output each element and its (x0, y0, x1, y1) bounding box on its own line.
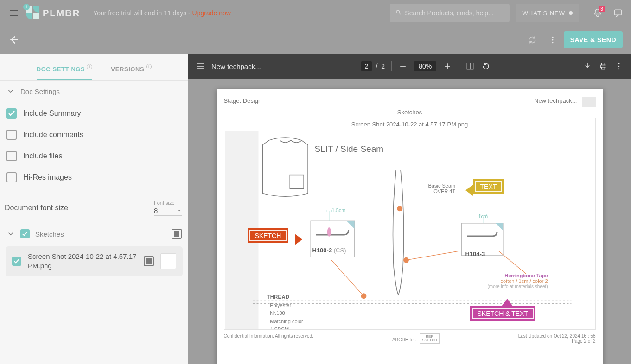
top-app-bar: i PLMBR Your free trial will end in 11 d… (0, 0, 631, 26)
refresh-icon[interactable] (528, 35, 537, 44)
tab-doc-settings[interactable]: DOC SETTINGS i (37, 66, 93, 80)
more-vert-icon[interactable] (548, 35, 557, 44)
layout-mode-icon[interactable] (172, 229, 182, 239)
divider (459, 61, 459, 71)
svg-point-32 (327, 227, 331, 237)
art-thread-item: - 4 SPCM (267, 326, 303, 330)
action-bar: SAVE & SEND (0, 26, 631, 54)
search-input[interactable] (405, 9, 504, 17)
checkbox-icon[interactable] (12, 257, 21, 266)
font-size-label: Document font size (5, 204, 145, 212)
sketches-section-header[interactable]: Sketches (0, 220, 188, 243)
page-company: ABCDE Inc REP SKETCH (392, 333, 440, 344)
info-badge-icon: i (23, 4, 30, 10)
option-label: Include comments (23, 131, 83, 139)
art-basic-seam-line2: OVER 4T (428, 188, 456, 194)
option-include-comments[interactable]: Include comments (6, 124, 182, 145)
search-box[interactable] (390, 4, 510, 22)
svg-rect-11 (146, 258, 152, 264)
art-basic-seam: Basic Seam OVER 4T (428, 183, 456, 194)
option-label: Include files (23, 152, 63, 160)
page-current-input[interactable]: 2 (361, 61, 372, 71)
sidebar-tabs: DOC SETTINGS i VERSIONS i (0, 54, 188, 81)
callout-text: TEXT (473, 179, 504, 194)
page-updated: Last Updated on Oct 22, 2024 16 : 58 (518, 333, 596, 339)
more-vert-icon[interactable] (614, 62, 624, 71)
art-herringbone: Herringbone Tape cotton / 1cm / color 2 … (488, 273, 548, 289)
page-corner-chip (582, 97, 596, 107)
option-include-files[interactable]: Include files (6, 145, 182, 167)
toolbar-menu-icon[interactable] (196, 62, 205, 71)
zoom-level[interactable]: 80% (414, 61, 436, 71)
save-send-button[interactable]: SAVE & SEND (564, 31, 623, 48)
fit-page-icon[interactable] (465, 62, 475, 71)
brand-logo[interactable]: i PLMBR (26, 6, 80, 19)
notifications-icon[interactable]: 3 (593, 8, 602, 18)
font-size-select[interactable]: Font size 8 (154, 200, 182, 216)
page-stage: Stage: Design (224, 97, 262, 104)
notification-count-badge: 3 (599, 6, 605, 12)
back-arrow-icon[interactable] (8, 34, 19, 45)
whats-new-dot-icon (569, 11, 573, 15)
art-herringbone-note: (more info at materials sheet) (488, 284, 548, 289)
page-footer: Confidential Information. All rights res… (224, 333, 596, 344)
tab-versions[interactable]: VERSIONS i (111, 66, 152, 80)
pdf-canvas[interactable]: Stage: Design New techpack... Sketches S… (188, 79, 631, 364)
checkbox-icon[interactable] (6, 130, 17, 140)
page-sep: / (376, 63, 377, 70)
font-size-row: Document font size Font size 8 (0, 191, 188, 220)
info-icon: i (87, 64, 92, 69)
zoom-in-icon[interactable] (443, 62, 452, 71)
rep-badge: REP SKETCH (420, 333, 439, 344)
callout-sketch-label: SKETCH (255, 232, 281, 239)
sketch-file-item[interactable]: Screen Shot 2024-10-22 at 4.57.17 PM.png (6, 246, 183, 276)
brand-text: PLMBR (43, 8, 80, 19)
layout-mode-icon[interactable] (144, 256, 154, 266)
callout-sketch-arrow (295, 234, 302, 245)
art-thread-title: THREAD (267, 293, 303, 301)
svg-line-41 (498, 251, 526, 274)
callout-text-label: TEXT (480, 183, 497, 190)
menu-icon[interactable] (8, 7, 19, 19)
option-hires-images[interactable]: Hi-Res images (6, 167, 182, 188)
art-h1043: H104-3 (465, 251, 485, 257)
checkbox-icon[interactable] (6, 151, 17, 161)
svg-rect-17 (600, 65, 606, 68)
svg-point-9 (552, 42, 553, 43)
svg-rect-18 (602, 63, 605, 65)
feedback-icon[interactable] (613, 8, 623, 18)
whats-new-label: WHAT'S NEW (523, 10, 565, 17)
checkbox-icon[interactable] (6, 108, 17, 119)
option-include-summary[interactable]: Include Summary (6, 103, 182, 124)
art-thread-block: THREAD - Polyester - Nr.100 - Matching c… (267, 293, 303, 330)
svg-point-20 (618, 63, 620, 64)
art-dim-15: 1.5cm (332, 207, 346, 213)
art-h1002-suffix: (CS) (334, 247, 346, 254)
sketch-thumbnail (160, 253, 176, 269)
info-icon: i (146, 64, 152, 69)
page-company-name: ABCDE Inc (392, 337, 416, 342)
search-icon (395, 9, 402, 17)
checkbox-icon[interactable] (6, 172, 17, 182)
option-label: Hi-Res images (23, 173, 72, 182)
svg-point-2 (396, 10, 399, 13)
svg-rect-24 (290, 175, 304, 189)
download-icon[interactable] (583, 62, 592, 71)
doc-settings-panel: DOC SETTINGS i VERSIONS i Doc Settings I… (0, 54, 188, 364)
page-doc-title: New techpack... (534, 97, 577, 104)
divider (391, 61, 392, 71)
checkbox-icon[interactable] (20, 229, 30, 238)
page-indicator: 2 / 2 (361, 61, 385, 71)
callout-sketch-text: SKETCH & TEXT (470, 306, 535, 321)
tab-doc-settings-label: DOC SETTINGS (37, 66, 85, 73)
doc-settings-section-header[interactable]: Doc Settings (0, 81, 188, 100)
zoom-out-icon[interactable] (398, 62, 408, 71)
upgrade-link[interactable]: Upgrade now (192, 9, 231, 17)
pdf-title: New techpack... (211, 63, 261, 70)
print-icon[interactable] (599, 62, 608, 71)
rotate-icon[interactable] (481, 62, 491, 71)
callout-sketch: SKETCH (248, 228, 289, 243)
svg-line-3 (399, 13, 401, 14)
art-thread-item: - Polyester (267, 301, 303, 310)
whats-new-button[interactable]: WHAT'S NEW (516, 4, 579, 22)
